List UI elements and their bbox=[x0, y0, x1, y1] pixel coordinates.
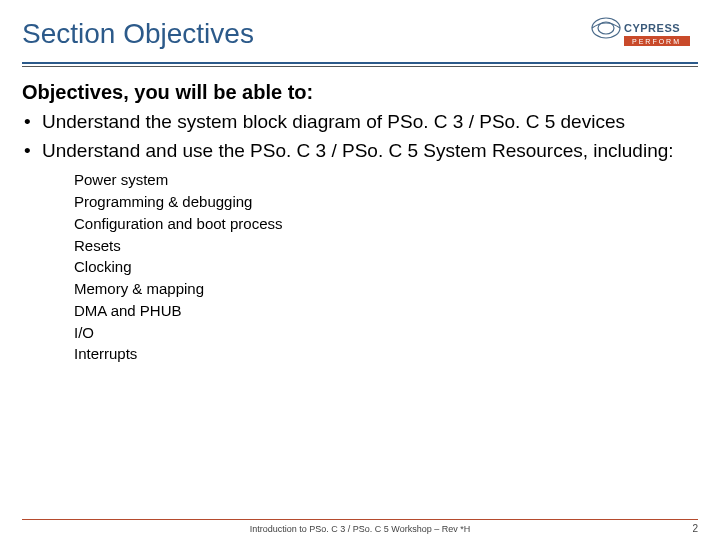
page-number: 2 bbox=[692, 523, 698, 534]
cypress-logo: CYPRESS PERFORM bbox=[588, 14, 698, 50]
list-item: DMA and PHUB bbox=[74, 300, 698, 322]
footer-text: Introduction to PSo. C 3 / PSo. C 5 Work… bbox=[0, 524, 720, 534]
list-item: Clocking bbox=[74, 256, 698, 278]
svg-point-0 bbox=[592, 18, 620, 38]
list-item: Power system bbox=[74, 169, 698, 191]
slide: Section Objectives CYPRESS PERFORM Objec… bbox=[0, 0, 720, 540]
svg-text:PERFORM: PERFORM bbox=[632, 38, 681, 45]
sub-bullet-list: Power system Programming & debugging Con… bbox=[74, 169, 698, 365]
footer-rule bbox=[22, 519, 698, 520]
header: Section Objectives CYPRESS PERFORM bbox=[0, 0, 720, 58]
list-item: I/O bbox=[74, 322, 698, 344]
list-item: Configuration and boot process bbox=[74, 213, 698, 235]
bullet-list: Understand the system block diagram of P… bbox=[22, 110, 698, 163]
list-item: Resets bbox=[74, 235, 698, 257]
list-item: Understand and use the PSo. C 3 / PSo. C… bbox=[22, 139, 698, 164]
footer: Introduction to PSo. C 3 / PSo. C 5 Work… bbox=[0, 519, 720, 534]
list-item: Programming & debugging bbox=[74, 191, 698, 213]
list-item: Interrupts bbox=[74, 343, 698, 365]
slide-body: Objectives, you will be able to: Underst… bbox=[0, 67, 720, 365]
title-rule-primary bbox=[22, 62, 698, 64]
list-item: Understand the system block diagram of P… bbox=[22, 110, 698, 135]
svg-text:CYPRESS: CYPRESS bbox=[624, 22, 680, 34]
objectives-subtitle: Objectives, you will be able to: bbox=[22, 81, 698, 104]
list-item: Memory & mapping bbox=[74, 278, 698, 300]
